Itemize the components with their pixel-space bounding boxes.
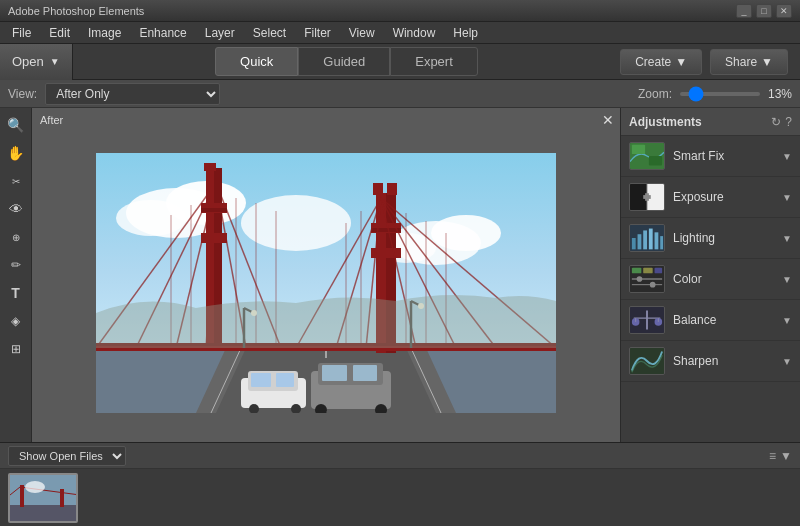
view-select[interactable]: After Only Before Only Before & After - … [45, 83, 220, 105]
menu-layer[interactable]: Layer [197, 24, 243, 42]
menu-help[interactable]: Help [445, 24, 486, 42]
svg-rect-104 [60, 489, 64, 507]
svg-rect-72 [649, 156, 662, 165]
zoom-label: Zoom: [638, 87, 672, 101]
canvas-image-area [32, 108, 620, 442]
create-share-area: Create ▼ Share ▼ [620, 49, 800, 75]
panel-icons: ↻ ? [771, 115, 792, 129]
main-area: 🔍 ✋ ✂ 👁 ⊕ ✏ T ◈ ⊞ After ✕ [0, 108, 800, 442]
svg-point-107 [25, 481, 45, 493]
sharpen-label: Sharpen [673, 354, 774, 368]
svg-rect-25 [204, 163, 216, 171]
svg-point-7 [241, 195, 351, 251]
filmstrip-select[interactable]: Show Open Files [8, 446, 126, 466]
svg-rect-31 [373, 183, 383, 195]
view-label: View: [8, 87, 37, 101]
svg-rect-23 [201, 208, 227, 212]
panel-header: Adjustments ↻ ? [621, 108, 800, 136]
svg-point-90 [637, 276, 643, 282]
title-bar: Adobe Photoshop Elements _ □ ✕ [0, 0, 800, 22]
menu-filter[interactable]: Filter [296, 24, 339, 42]
menu-file[interactable]: File [4, 24, 39, 42]
exposure-arrow: ▼ [782, 192, 792, 203]
sharpen-arrow: ▼ [782, 356, 792, 367]
text-tool[interactable]: T [3, 280, 29, 306]
sharpen-icon [629, 347, 665, 375]
filmstrip-menu-icon[interactable]: ≡ [769, 449, 776, 463]
menu-view[interactable]: View [341, 24, 383, 42]
adjustment-smart-fix[interactable]: Smart Fix ▼ [621, 136, 800, 177]
lighting-arrow: ▼ [782, 233, 792, 244]
menu-image[interactable]: Image [80, 24, 129, 42]
open-button[interactable]: Open ▼ [0, 44, 73, 80]
canvas-area: After ✕ [32, 108, 620, 442]
svg-rect-103 [20, 485, 24, 507]
brush-tool[interactable]: ✏ [3, 252, 29, 278]
svg-rect-80 [638, 234, 642, 249]
zoom-slider[interactable] [680, 92, 760, 96]
close-button[interactable]: ✕ [776, 4, 792, 18]
adjustment-balance[interactable]: Balance ▼ [621, 300, 800, 341]
menu-window[interactable]: Window [385, 24, 444, 42]
svg-rect-67 [353, 365, 377, 381]
create-button[interactable]: Create ▼ [620, 49, 702, 75]
close-canvas-button[interactable]: ✕ [602, 112, 614, 128]
help-icon[interactable]: ? [785, 115, 792, 129]
crop-tool[interactable]: ⊞ [3, 336, 29, 362]
balance-label: Balance [673, 313, 774, 327]
adjustment-exposure[interactable]: Exposure ▼ [621, 177, 800, 218]
tab-quick[interactable]: Quick [215, 47, 298, 76]
adjustment-color[interactable]: Color ▼ [621, 259, 800, 300]
svg-rect-79 [632, 238, 636, 249]
tab-guided[interactable]: Guided [298, 47, 390, 76]
smart-fix-label: Smart Fix [673, 149, 774, 163]
maximize-button[interactable]: □ [756, 4, 772, 18]
zoom-section: Zoom: 13% [638, 87, 792, 101]
menu-edit[interactable]: Edit [41, 24, 78, 42]
svg-rect-24 [201, 233, 227, 243]
eraser-tool[interactable]: ◈ [3, 308, 29, 334]
menu-enhance[interactable]: Enhance [131, 24, 194, 42]
open-label: Open [12, 54, 44, 69]
menu-bar: File Edit Image Enhance Layer Select Fil… [0, 22, 800, 44]
balance-arrow: ▼ [782, 315, 792, 326]
svg-rect-32 [387, 183, 397, 195]
zoom-tool[interactable]: 🔍 [3, 112, 29, 138]
zoom-percentage: 13% [768, 87, 792, 101]
bridge-svg [96, 153, 556, 413]
title-bar-controls[interactable]: _ □ ✕ [736, 4, 792, 18]
panel-title: Adjustments [629, 115, 702, 129]
balance-icon [629, 306, 665, 334]
svg-rect-88 [655, 268, 663, 274]
color-arrow: ▼ [782, 274, 792, 285]
svg-rect-87 [643, 268, 652, 274]
menu-select[interactable]: Select [245, 24, 294, 42]
open-dropdown-arrow: ▼ [50, 56, 60, 67]
filmstrip-area: Show Open Files ≡ ▼ [0, 442, 800, 526]
eye-tool[interactable]: 👁 [3, 196, 29, 222]
adjustment-sharpen[interactable]: Sharpen ▼ [621, 341, 800, 382]
top-toolbar: Open ▼ Quick Guided Expert Create ▼ Shar… [0, 44, 800, 80]
thumbnail-svg [10, 475, 78, 523]
quick-select-tool[interactable]: ✂ [3, 168, 29, 194]
svg-rect-60 [251, 373, 271, 387]
svg-rect-66 [322, 365, 347, 381]
svg-rect-83 [655, 232, 659, 249]
svg-rect-102 [10, 505, 78, 523]
share-button[interactable]: Share ▼ [710, 49, 788, 75]
thumbnail-item[interactable] [8, 473, 78, 523]
minimize-button[interactable]: _ [736, 4, 752, 18]
healing-tool[interactable]: ⊕ [3, 224, 29, 250]
adjustment-lighting[interactable]: Lighting ▼ [621, 218, 800, 259]
refresh-icon[interactable]: ↻ [771, 115, 781, 129]
lighting-icon [629, 224, 665, 252]
hand-tool[interactable]: ✋ [3, 140, 29, 166]
svg-rect-71 [632, 145, 645, 154]
filmstrip-content [0, 469, 800, 526]
svg-rect-81 [643, 230, 647, 249]
tab-expert[interactable]: Expert [390, 47, 478, 76]
filmstrip-expand-icon[interactable]: ▼ [780, 449, 792, 463]
filmstrip-icons: ≡ ▼ [769, 449, 792, 463]
svg-rect-61 [276, 373, 294, 387]
svg-rect-86 [632, 268, 641, 274]
